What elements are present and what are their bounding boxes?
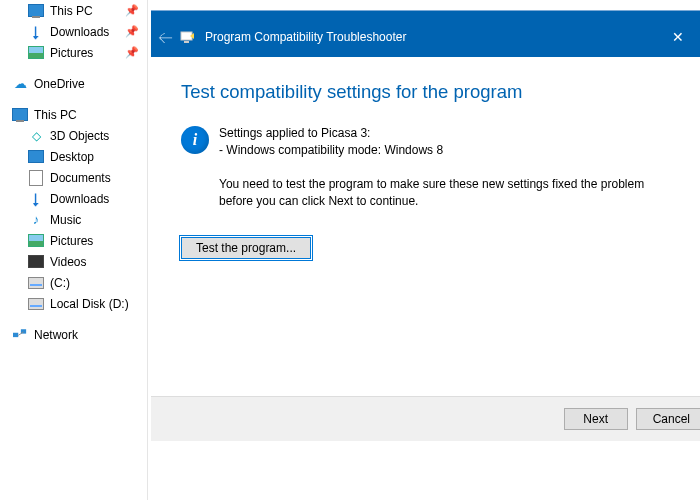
svg-rect-0 xyxy=(13,333,18,337)
music-icon: ♪ xyxy=(28,212,44,228)
sidebar-item-label: (C:) xyxy=(50,276,70,290)
dialog-footer: Next Cancel xyxy=(151,396,700,441)
sidebar-item-label: Network xyxy=(34,328,78,342)
info-icon: i xyxy=(181,126,209,154)
dialog-body: Test compatibility settings for the prog… xyxy=(151,57,700,259)
back-button[interactable]: 🡠 xyxy=(151,29,179,46)
sidebar-item-label: 3D Objects xyxy=(50,129,109,143)
sidebar-item-label: Desktop xyxy=(50,150,94,164)
sidebar-item-network[interactable]: Network xyxy=(0,324,147,345)
sidebar-item-label: Pictures xyxy=(50,234,93,248)
monitor-icon xyxy=(12,107,28,123)
sidebar-item-downloads[interactable]: ⭣ Downloads xyxy=(0,188,147,209)
pictures-icon xyxy=(28,233,44,249)
network-icon xyxy=(12,327,28,343)
cloud-icon: ☁ xyxy=(12,76,28,92)
3d-icon: ◇ xyxy=(28,128,44,144)
videos-icon xyxy=(28,254,44,270)
cancel-button[interactable]: Cancel xyxy=(636,408,700,430)
sidebar-item-pictures-quick[interactable]: Pictures 📌 xyxy=(0,42,147,63)
sidebar-item-label: Documents xyxy=(50,171,111,185)
sidebar-item-documents[interactable]: Documents xyxy=(0,167,147,188)
sidebar-item-drive-c[interactable]: (C:) xyxy=(0,272,147,293)
sidebar-item-downloads-quick[interactable]: ⭣ Downloads 📌 xyxy=(0,21,147,42)
dialog-title: Program Compatibility Troubleshooter xyxy=(205,30,406,44)
sidebar-item-drive-d[interactable]: Local Disk (D:) xyxy=(0,293,147,314)
drive-icon xyxy=(28,275,44,291)
documents-icon xyxy=(28,170,44,186)
sidebar-item-thispc-quick[interactable]: This PC 📌 xyxy=(0,0,147,21)
drive-icon xyxy=(28,296,44,312)
test-program-button[interactable]: Test the program... xyxy=(181,237,311,259)
next-button[interactable]: Next xyxy=(564,408,628,430)
sidebar-item-label: This PC xyxy=(34,108,77,122)
desktop-icon xyxy=(28,149,44,165)
sidebar-item-label: Local Disk (D:) xyxy=(50,297,129,311)
sidebar-item-label: This PC xyxy=(50,4,93,18)
sidebar-item-pictures[interactable]: Pictures xyxy=(0,230,147,251)
dialog-header: 🡠 Program Compatibility Troubleshooter ✕ xyxy=(151,17,700,57)
monitor-icon xyxy=(28,3,44,19)
close-button[interactable]: ✕ xyxy=(655,29,700,45)
sidebar-item-thispc[interactable]: This PC xyxy=(0,104,147,125)
pin-icon: 📌 xyxy=(125,4,139,17)
sidebar-item-label: Videos xyxy=(50,255,86,269)
sidebar-item-label: Downloads xyxy=(50,192,109,206)
sidebar-item-desktop[interactable]: Desktop xyxy=(0,146,147,167)
pin-icon: 📌 xyxy=(125,46,139,59)
compatibility-troubleshooter-dialog: 🡠 Program Compatibility Troubleshooter ✕… xyxy=(151,10,700,441)
svg-rect-4 xyxy=(184,41,189,43)
sidebar-item-music[interactable]: ♪ Music xyxy=(0,209,147,230)
pictures-icon xyxy=(28,45,44,61)
dialog-heading: Test compatibility settings for the prog… xyxy=(181,81,672,103)
download-icon: ⭣ xyxy=(28,24,44,40)
instruction-text: You need to test the program to make sur… xyxy=(219,176,672,208)
compat-mode-line: - Windows compatibility mode: Windows 8 xyxy=(219,142,672,158)
sidebar-item-label: Music xyxy=(50,213,81,227)
troubleshooter-icon xyxy=(179,30,197,44)
sidebar-item-label: Downloads xyxy=(50,25,109,39)
sidebar-item-onedrive[interactable]: ☁ OneDrive xyxy=(0,73,147,94)
sidebar-item-label: OneDrive xyxy=(34,77,85,91)
download-icon: ⭣ xyxy=(28,191,44,207)
sidebar-item-label: Pictures xyxy=(50,46,93,60)
sidebar-item-videos[interactable]: Videos xyxy=(0,251,147,272)
sidebar-item-3dobjects[interactable]: ◇ 3D Objects xyxy=(0,125,147,146)
pin-icon: 📌 xyxy=(125,25,139,38)
explorer-nav-tree: This PC 📌 ⭣ Downloads 📌 Pictures 📌 ☁ One… xyxy=(0,0,148,500)
settings-applied-line: Settings applied to Picasa 3: xyxy=(219,125,672,141)
